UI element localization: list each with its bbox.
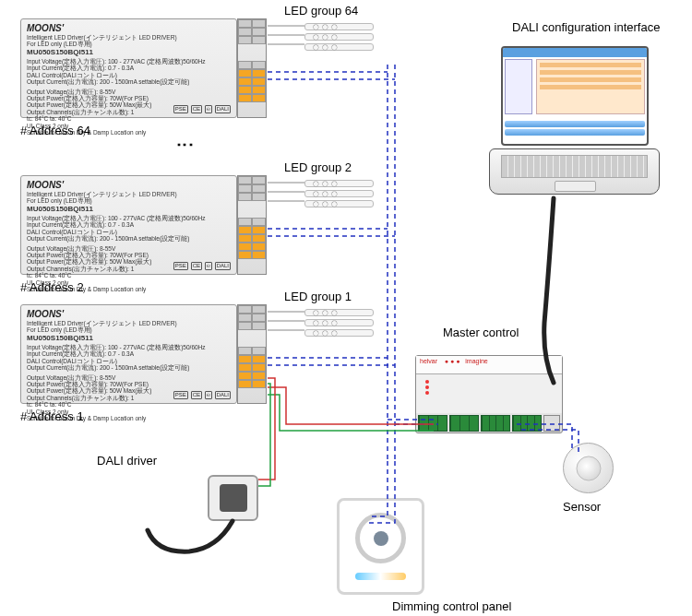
led-driver-2: MOONS' Intelligent LED Driver(インテリジェント L… (20, 175, 237, 275)
address-1-label: # Address 1 (20, 409, 84, 423)
master-terminals (416, 413, 562, 433)
dimmer-label: Dimming control panel (392, 599, 511, 613)
power-outlet (208, 475, 258, 521)
dimmer-dial-icon (355, 513, 406, 563)
led-group-1 (304, 306, 374, 348)
led-group-2 (304, 177, 374, 219)
master-controller: helvar ● ● ● imagine (415, 355, 563, 433)
dali-driver-label: DALI driver (97, 454, 157, 468)
dimming-panel (337, 498, 424, 595)
cert-badges: PSE CE ℮ DALI (173, 105, 231, 113)
led-group-64-label: LED group 64 (284, 4, 358, 18)
sensor-device (563, 443, 614, 493)
driver-2-terminal (237, 175, 267, 275)
laptop-keyboard (489, 148, 660, 195)
laptop (489, 46, 660, 198)
driver-brand: MOONS' (27, 23, 231, 34)
dimmer-slider-icon (355, 573, 406, 580)
driver-64-terminal (237, 18, 267, 118)
address-64-label: # Address 64 (20, 124, 90, 137)
ellipsis-icon: ⋮ (175, 136, 196, 151)
led-group-2-label: LED group 2 (284, 160, 352, 174)
sensor-label: Sensor (563, 500, 601, 514)
driver-1-terminal (237, 304, 267, 404)
led-driver-64: MOONS' Intelligent LED Driver(インテリジェント L… (20, 18, 237, 118)
master-label-strip: helvar ● ● ● imagine (416, 356, 562, 374)
led-driver-1: MOONS' Intelligent LED Driver(インテリジェント L… (20, 304, 237, 404)
address-2-label: # Address 2 (20, 280, 84, 294)
laptop-screen (501, 46, 649, 146)
led-group-1-label: LED group 1 (284, 290, 352, 303)
plug-icon (220, 484, 247, 512)
led-group-64 (304, 20, 374, 62)
master-control-label: Master control (443, 326, 519, 339)
config-interface-label: DALI configuration interface (512, 20, 660, 34)
